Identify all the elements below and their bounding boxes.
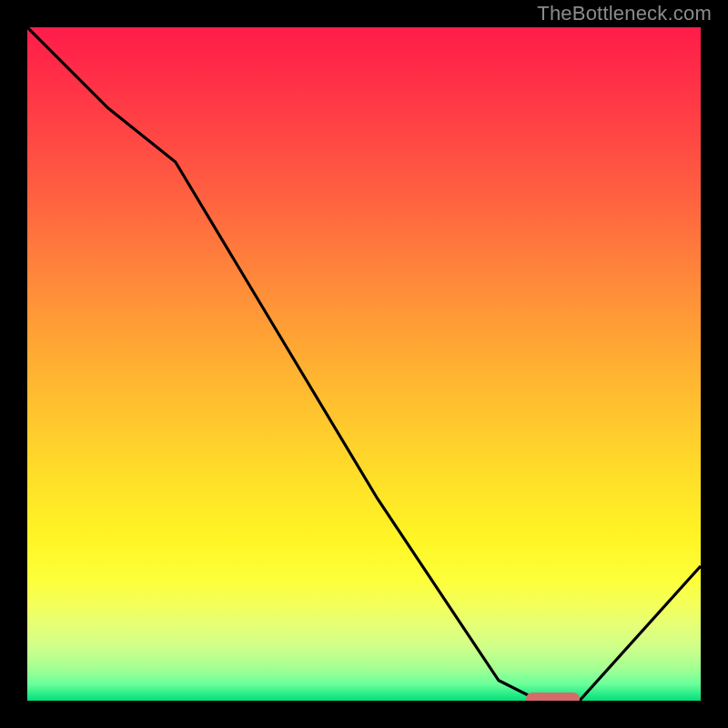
bottleneck-curve [27, 27, 701, 701]
optimal-marker [526, 693, 580, 701]
plot-area [27, 27, 701, 701]
chart-frame: TheBottleneck.com [0, 0, 728, 728]
watermark-text: TheBottleneck.com [537, 2, 712, 25]
curve-path [27, 27, 701, 701]
